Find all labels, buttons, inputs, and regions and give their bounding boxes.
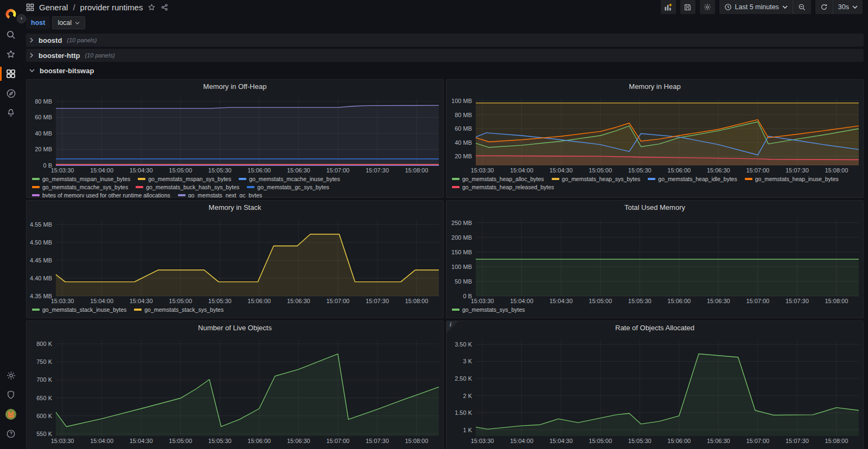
refresh-interval-picker[interactable]: 30s xyxy=(833,0,863,14)
y-tick-label: 4.35 MB xyxy=(30,293,52,299)
star-dashboard-icon[interactable] xyxy=(148,3,156,11)
legend-item[interactable]: go_memstats_gc_sys_bytes xyxy=(247,184,329,190)
y-tick-label: 3.50 K xyxy=(455,341,472,348)
legend-swatch xyxy=(247,186,254,188)
legend-swatch xyxy=(239,178,246,180)
user-avatar[interactable] xyxy=(0,405,22,424)
legend-item[interactable]: go_memstats_mspan_sys_bytes xyxy=(138,176,231,182)
timeseries-chart[interactable]: 15:03:3015:04:0015:04:3015:05:0015:05:30… xyxy=(446,335,863,446)
zoom-out-time-button[interactable] xyxy=(793,0,811,14)
help-icon[interactable] xyxy=(0,424,22,444)
row-label: booster-http xyxy=(39,52,80,60)
legend-label: go_memstats_mspan_inuse_bytes xyxy=(42,176,130,182)
dashboard-rows: boostd (10 panels) booster-http (10 pane… xyxy=(22,34,868,449)
row-panel-count: (10 panels) xyxy=(67,37,97,43)
legend-item[interactable]: go_memstats_heap_released_bytes xyxy=(452,184,554,190)
server-admin-shield-icon[interactable] xyxy=(0,385,22,405)
series-line xyxy=(56,234,439,282)
legend-item[interactable]: go_memstats_heap_inuse_bytes xyxy=(745,176,839,182)
row-header-boostd[interactable]: boostd (10 panels) xyxy=(26,34,864,47)
panel-title[interactable]: Rate of Objects Allocated xyxy=(446,321,863,335)
panel-title[interactable]: Memory in Off-Heap xyxy=(27,80,443,94)
apps-grid-icon xyxy=(26,3,34,11)
y-tick-label: 2.50 K xyxy=(455,375,472,382)
legend xyxy=(446,446,863,446)
panel-total-used-memory: Total Used Memory 15:03:3015:04:0015:04:… xyxy=(446,200,864,318)
chevron-right-icon xyxy=(29,53,34,58)
legend-item[interactable]: go_memstats_sys_bytes xyxy=(452,306,525,313)
app-root: › General / provider runtimes xyxy=(0,0,868,449)
x-tick-label: 15:05:30 xyxy=(628,167,652,174)
x-tick-label: 15:04:30 xyxy=(550,167,573,174)
legend-item[interactable]: go_memstats_next_gc_bytes xyxy=(178,192,263,198)
legend-label: go_memstats_mcache_sys_bytes xyxy=(42,184,128,190)
legend-swatch xyxy=(452,309,459,311)
legend-item[interactable]: go_memstats_heap_alloc_bytes xyxy=(452,176,544,182)
sidebar-expand-button[interactable]: › xyxy=(17,14,26,23)
y-tick-label: 150 MB xyxy=(451,249,472,255)
x-tick-label: 15:05:00 xyxy=(589,167,612,174)
series-area xyxy=(476,259,859,296)
row-header-booster-http[interactable]: booster-http (10 panels) xyxy=(26,49,864,62)
legend-item[interactable]: go_memstats_stack_inuse_bytes xyxy=(32,306,126,313)
panel-title[interactable]: Number of Live Objects xyxy=(27,321,443,335)
legend-label: go_memstats_stack_inuse_bytes xyxy=(42,306,126,313)
y-tick-label: 40 MB xyxy=(35,130,52,137)
search-icon[interactable] xyxy=(0,25,22,44)
x-tick-label: 15:06:00 xyxy=(667,167,691,174)
legend-label: go_memstats_mcache_inuse_bytes xyxy=(249,176,340,182)
timeseries-chart[interactable]: 15:03:3015:04:0015:04:3015:05:0015:05:30… xyxy=(27,215,443,306)
legend-swatch xyxy=(178,194,186,196)
y-tick-label: 50 MB xyxy=(455,278,472,285)
series-area xyxy=(56,234,439,296)
save-dashboard-button[interactable] xyxy=(680,0,695,14)
variable-label: host xyxy=(26,16,50,29)
legend-item[interactable]: go_memstats_buck_hash_sys_bytes xyxy=(136,184,239,190)
alerting-bell-icon[interactable] xyxy=(0,103,22,123)
legend-item[interactable]: go_memstats_mspan_inuse_bytes xyxy=(32,176,130,182)
add-panel-button[interactable] xyxy=(661,0,676,14)
y-tick-label: 20 MB xyxy=(455,153,472,159)
timeseries-chart[interactable]: 15:03:3015:04:0015:04:3015:05:0015:05:30… xyxy=(446,94,863,175)
legend-label: go_memstats_heap_sys_bytes xyxy=(562,176,641,182)
share-dashboard-icon[interactable] xyxy=(161,3,169,11)
legend-item[interactable]: go_memstats_mcache_inuse_bytes xyxy=(239,176,340,182)
dashboard-settings-button[interactable] xyxy=(700,0,715,14)
panel-title[interactable]: Total Used Memory xyxy=(446,201,863,215)
legend-item[interactable]: go_memstats_heap_idle_bytes xyxy=(648,176,737,182)
variable-value-dropdown[interactable]: local xyxy=(52,16,85,29)
timeseries-chart[interactable]: 15:03:3015:04:0015:04:3015:05:0015:05:30… xyxy=(27,94,443,175)
starred-icon[interactable] xyxy=(0,44,22,64)
y-tick-label: 80 MB xyxy=(455,112,472,118)
x-tick-label: 15:07:00 xyxy=(326,438,349,444)
info-icon: i xyxy=(450,322,451,328)
timeseries-chart[interactable]: 15:03:3015:04:0015:04:3015:05:0015:05:30… xyxy=(27,335,443,446)
refresh-button[interactable] xyxy=(815,0,833,14)
panel-info-corner-icon[interactable] xyxy=(446,321,458,333)
legend-item[interactable]: go_memstats_heap_sys_bytes xyxy=(552,176,641,182)
row-header-booster-bitswap[interactable]: booster-bitswap xyxy=(26,64,864,77)
panel-rate-of-objects-allocated: i Rate of Objects Allocated 15:03:3015:0… xyxy=(446,320,864,449)
configuration-gear-icon[interactable] xyxy=(0,365,22,385)
timeseries-chart[interactable]: 15:03:3015:04:0015:04:3015:05:0015:05:30… xyxy=(446,215,863,306)
chevron-down-icon xyxy=(75,22,80,24)
y-tick-label: 0 B xyxy=(43,162,52,169)
explore-compass-icon[interactable] xyxy=(0,84,22,103)
x-tick-label: 15:08:00 xyxy=(405,167,428,174)
time-range-picker[interactable]: Last 5 minutes xyxy=(719,0,793,14)
row-panel-count: (10 panels) xyxy=(85,52,115,59)
x-tick-label: 15:06:30 xyxy=(287,438,310,444)
breadcrumb-section[interactable]: General xyxy=(39,3,68,12)
y-tick-label: 0 B xyxy=(463,293,472,299)
panel-title[interactable]: Memory in Heap xyxy=(446,80,863,94)
panel-title[interactable]: Memory in Stack xyxy=(27,201,443,215)
legend-item[interactable]: go_memstats_mcache_sys_bytes xyxy=(32,184,128,190)
dashboards-icon[interactable] xyxy=(0,64,22,84)
legend-item[interactable]: go_memstats_stack_sys_bytes xyxy=(134,306,224,313)
y-tick-label: 4.50 MB xyxy=(30,239,52,246)
legend-item[interactable]: bytes of memory used for other runtime a… xyxy=(32,192,170,198)
y-tick-label: 2 K xyxy=(463,393,472,399)
x-tick-label: 15:07:30 xyxy=(786,167,809,174)
series-area xyxy=(56,105,439,165)
legend-swatch xyxy=(452,186,459,188)
